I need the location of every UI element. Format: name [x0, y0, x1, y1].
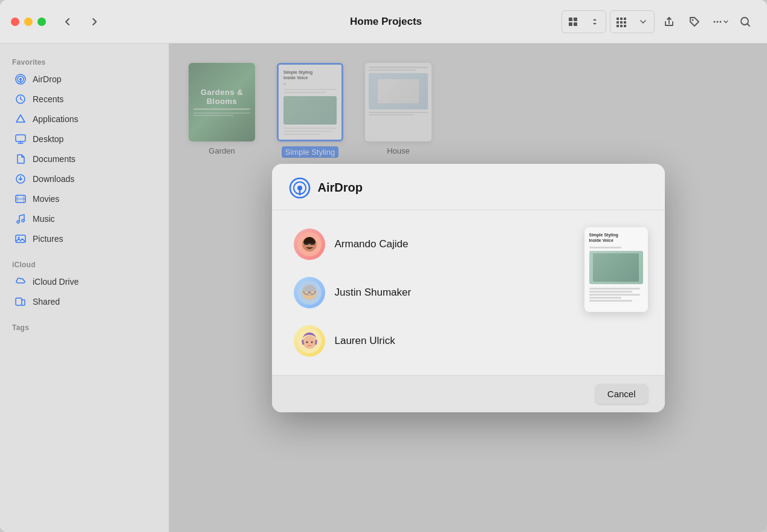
svg-rect-23 [16, 135, 25, 141]
svg-point-20 [19, 78, 22, 80]
preview-line [589, 300, 632, 302]
pictures-label: Pictures [33, 234, 63, 244]
grid-icon [568, 16, 578, 27]
ellipsis-icon [711, 16, 723, 28]
preview-text-after [589, 288, 643, 302]
preview-line [589, 288, 641, 290]
document-preview: Simple Styling Inside Voice [584, 227, 648, 312]
contact-item-justin[interactable]: Justin Shumaker [289, 268, 572, 317]
svg-rect-11 [620, 25, 623, 27]
svg-point-48 [303, 336, 316, 349]
svg-rect-10 [617, 25, 619, 27]
sidebar-item-pictures[interactable]: Pictures [5, 229, 164, 248]
sidebar-item-recents[interactable]: Recents [5, 89, 164, 109]
favorites-label: Favorites [0, 53, 169, 69]
group-dropdown-button[interactable] [632, 11, 654, 33]
back-button[interactable] [58, 12, 77, 31]
tag-button[interactable] [684, 11, 705, 33]
minimize-button[interactable] [24, 18, 33, 26]
sidebar-item-shared[interactable]: Shared [5, 292, 164, 311]
shared-icon [15, 296, 27, 308]
svg-point-33 [297, 186, 302, 190]
dropdown-arrow-icon [723, 19, 728, 24]
chevron-updown-icon [592, 18, 598, 25]
music-icon [15, 213, 27, 225]
preview-text-before [589, 247, 643, 248]
svg-rect-6 [624, 18, 626, 20]
share-icon [663, 16, 675, 28]
window-title: Home Projects [350, 16, 422, 28]
avatar-justin-image [297, 281, 322, 305]
svg-rect-12 [624, 25, 626, 27]
sidebar: Favorites AirDrop [0, 44, 169, 532]
contact-name-justin: Justin Shumaker [335, 287, 412, 299]
svg-rect-9 [624, 21, 626, 24]
icloud-label: iCloud [0, 256, 169, 271]
main-layout: Favorites AirDrop [0, 44, 767, 532]
desktop-label: Desktop [33, 134, 63, 144]
preview-line [589, 297, 621, 299]
contact-item-armando[interactable]: Armando Cajide [289, 220, 572, 268]
share-button[interactable] [658, 11, 680, 33]
cancel-button[interactable]: Cancel [595, 384, 648, 404]
sidebar-item-music[interactable]: Music [5, 209, 164, 229]
content-area: Gardens & Blooms Garden Simple StylingIn… [169, 44, 767, 532]
forward-button[interactable] [85, 12, 104, 31]
svg-rect-28 [16, 235, 25, 242]
svg-rect-8 [620, 21, 623, 24]
svg-line-46 [315, 291, 316, 292]
preview-title: Simple Styling Inside Voice [589, 232, 643, 243]
movies-icon [15, 193, 27, 205]
svg-point-50 [311, 341, 312, 343]
avatar-lauren-image [297, 329, 322, 353]
search-button[interactable] [734, 11, 756, 33]
svg-line-45 [303, 291, 304, 292]
airdrop-label: AirDrop [33, 74, 61, 84]
maximize-button[interactable] [37, 18, 46, 26]
group-icon [616, 16, 627, 27]
toolbar-right [561, 10, 756, 33]
sidebar-item-applications[interactable]: Applications [5, 109, 164, 129]
svg-point-13 [692, 19, 694, 21]
sidebar-item-airdrop[interactable]: AirDrop [5, 70, 164, 89]
close-button[interactable] [11, 18, 19, 26]
sidebar-item-desktop[interactable]: Desktop [5, 129, 164, 149]
sidebar-item-documents[interactable]: Documents [5, 149, 164, 169]
icloud-drive-label: iCloud Drive [33, 277, 79, 287]
view-toggle [561, 10, 606, 33]
more-options-button[interactable] [709, 11, 731, 33]
svg-rect-2 [569, 22, 572, 26]
sort-view-button[interactable] [584, 11, 606, 33]
chevron-down-icon [640, 19, 646, 24]
avatar-armando [294, 229, 325, 260]
sidebar-item-movies[interactable]: Movies [5, 189, 164, 209]
avatar-lauren [294, 325, 325, 357]
svg-rect-4 [617, 18, 619, 20]
modal-title: AirDrop [318, 181, 363, 195]
contact-item-lauren[interactable]: Lauren Ulrick [289, 317, 572, 365]
modal-footer: Cancel [272, 375, 665, 412]
chevron-right-icon [89, 17, 99, 27]
downloads-icon [15, 173, 27, 185]
svg-rect-30 [16, 298, 22, 305]
svg-rect-7 [617, 21, 619, 24]
pictures-icon [15, 233, 27, 245]
sidebar-item-icloud-drive[interactable]: iCloud Drive [5, 272, 164, 291]
grid-view-button[interactable] [562, 11, 584, 33]
modal-backdrop: AirDrop [169, 44, 767, 532]
avatar-armando-image [297, 232, 322, 256]
movies-label: Movies [33, 194, 59, 204]
preview-line [589, 294, 641, 296]
tag-icon [688, 16, 701, 28]
group-view-button[interactable] [610, 11, 632, 33]
preview-line [589, 291, 632, 293]
sidebar-item-downloads[interactable]: Downloads [5, 169, 164, 189]
svg-point-49 [306, 341, 308, 343]
modal-body: Armando Cajide [272, 210, 665, 375]
avatar-justin [294, 277, 325, 308]
preview-image-content [589, 251, 643, 284]
svg-point-29 [18, 237, 20, 239]
documents-label: Documents [33, 154, 76, 164]
contacts-list: Armando Cajide [289, 220, 572, 365]
traffic-lights [11, 18, 46, 26]
